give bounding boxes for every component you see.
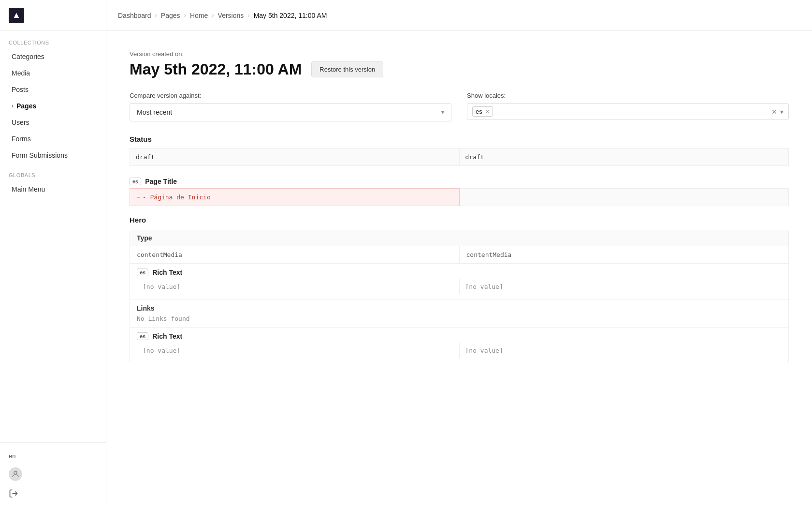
breadcrumb-versions[interactable]: Versions	[218, 12, 244, 19]
locale-value-es: es	[476, 108, 482, 115]
sidebar-item-form-submissions[interactable]: Form Submissions	[3, 148, 103, 163]
compare-selected: Most recent	[137, 108, 172, 116]
compare-dropdown[interactable]: Most recent ▾	[130, 103, 451, 121]
topbar: Dashboard › Pages › Home › Versions › Ma…	[106, 0, 812, 31]
hero-rich-text-1-name: Rich Text	[152, 269, 182, 276]
compare-section: Compare version against: Most recent ▾	[130, 92, 451, 121]
hero-links-section: Links No Links found	[130, 299, 788, 327]
content-inner: Version created on: May 5th 2022, 11:00 …	[106, 31, 812, 508]
breadcrumb-current: May 5th 2022, 11:00 AM	[254, 12, 327, 19]
status-row: draft draft	[130, 148, 789, 166]
hero-type-row: contentMedia contentMedia	[130, 246, 788, 263]
chevron-down-icon: ▾	[441, 109, 444, 116]
page-title-header: es Page Title	[130, 178, 789, 185]
user-avatar-icon[interactable]	[9, 467, 22, 481]
status-left: draft	[130, 148, 460, 166]
hero-type-right: contentMedia	[459, 246, 789, 263]
hero-nested-block: Type contentMedia contentMedia es Rich T…	[130, 230, 789, 363]
page-title-name: Page Title	[145, 178, 177, 185]
diff-minus-icon: −	[137, 194, 141, 201]
compare-label: Compare version against:	[130, 92, 451, 99]
hero-rich-text-1-left: [no value]	[137, 279, 459, 294]
hero-links-empty: No Links found	[137, 315, 782, 322]
status-label: Status	[130, 135, 789, 143]
page-title-field: es Page Title −- Página de Inicio	[130, 178, 789, 206]
hero-type-left: contentMedia	[130, 246, 459, 263]
sidebar-item-forms[interactable]: Forms	[3, 131, 103, 147]
hero-rich-text-1-header: es Rich Text	[137, 269, 782, 276]
sidebar-item-label: Posts	[12, 86, 29, 93]
hero-rich-text-1-row: [no value] [no value]	[137, 279, 782, 294]
status-section: Status draft draft	[130, 135, 789, 166]
sidebar-item-label: Forms	[12, 135, 31, 143]
sidebar-item-categories[interactable]: Categories	[3, 49, 103, 64]
sidebar-item-label: Form Submissions	[12, 151, 68, 159]
sidebar-item-users[interactable]: Users	[3, 115, 103, 130]
compare-row: Compare version against: Most recent ▾ S…	[130, 92, 789, 121]
breadcrumb-home[interactable]: Home	[190, 12, 208, 19]
hero-title: Hero	[130, 216, 789, 224]
locale-clear-icon[interactable]: ✕	[771, 108, 777, 116]
sidebar-bottom: en	[0, 442, 106, 508]
sidebar-item-label: Media	[12, 69, 30, 77]
page-title-left: −- Página de Inicio	[130, 188, 460, 206]
main-container: Dashboard › Pages › Home › Versions › Ma…	[106, 0, 812, 508]
breadcrumb-dashboard[interactable]: Dashboard	[118, 12, 151, 19]
content-area: Version created on: May 5th 2022, 11:00 …	[106, 31, 812, 508]
chevron-right-icon: ›	[12, 103, 14, 109]
globals-label: Globals	[0, 164, 106, 181]
breadcrumb-sep-1: ›	[155, 12, 157, 19]
hero-rich-text-2-header: es Rich Text	[137, 332, 782, 340]
breadcrumb-pages[interactable]: Pages	[161, 12, 180, 19]
version-title-row: May 5th 2022, 11:00 AM Restore this vers…	[130, 60, 789, 78]
sidebar-user[interactable]	[0, 463, 106, 485]
sidebar-item-label: Pages	[16, 102, 36, 110]
locale-box[interactable]: es ✕ ✕ ▾	[467, 103, 789, 120]
version-label: Version created on:	[130, 50, 789, 58]
restore-version-button[interactable]: Restore this version	[311, 61, 383, 77]
hero-links-label: Links	[137, 304, 782, 312]
breadcrumb-sep-4: ›	[247, 12, 249, 19]
breadcrumb-sep-3: ›	[212, 12, 214, 19]
locale-remove-es[interactable]: ✕	[485, 108, 490, 115]
hero-type-header: Type	[130, 230, 788, 246]
logo-icon[interactable]: ▲	[9, 8, 24, 23]
hero-section: Hero Type contentMedia contentMedia es R…	[130, 216, 789, 363]
hero-rich-text-1-locale: es	[137, 269, 148, 276]
sidebar-logo: ▲	[0, 0, 106, 31]
locale-chevron-down-icon[interactable]: ▾	[780, 108, 783, 116]
sidebar-item-label: Main Menu	[12, 185, 45, 193]
hero-rich-text-2-left: [no value]	[137, 343, 459, 358]
page-title-diff-row: −- Página de Inicio	[130, 188, 789, 206]
sidebar-item-main-menu[interactable]: Main Menu	[3, 181, 103, 197]
logout-button[interactable]	[0, 485, 106, 502]
status-right: draft	[460, 148, 789, 166]
locale-label: Show locales:	[467, 92, 789, 99]
hero-rich-text-1-section: es Rich Text [no value] [no value]	[130, 263, 788, 299]
sidebar-item-media[interactable]: Media	[3, 65, 103, 81]
svg-point-0	[14, 471, 17, 474]
hero-rich-text-2-locale: es	[137, 332, 148, 340]
locale-section: Show locales: es ✕ ✕ ▾	[467, 92, 789, 120]
collections-label: Collections	[0, 31, 106, 48]
sidebar-item-posts[interactable]: Posts	[3, 82, 103, 97]
sidebar: ▲ Collections Categories Media Posts › P…	[0, 0, 106, 508]
sidebar-item-label: Categories	[12, 53, 44, 60]
sidebar-item-pages[interactable]: › Pages	[3, 98, 103, 114]
locale-controls: ✕ ▾	[771, 108, 783, 116]
hero-rich-text-2-name: Rich Text	[152, 332, 182, 340]
hero-rich-text-2-row: [no value] [no value]	[137, 343, 782, 358]
breadcrumb-sep-2: ›	[184, 12, 186, 19]
page-title-right	[460, 188, 789, 206]
sidebar-lang: en	[0, 448, 106, 463]
hero-rich-text-2-section: es Rich Text [no value] [no value]	[130, 327, 788, 363]
sidebar-item-label: Users	[12, 119, 29, 126]
locale-tag-es[interactable]: es ✕	[472, 106, 493, 117]
version-title: May 5th 2022, 11:00 AM	[130, 60, 302, 78]
hero-rich-text-2-right: [no value]	[459, 343, 782, 358]
page-title-locale-badge: es	[130, 178, 141, 185]
hero-rich-text-1-right: [no value]	[459, 279, 782, 294]
breadcrumb: Dashboard › Pages › Home › Versions › Ma…	[118, 12, 327, 19]
